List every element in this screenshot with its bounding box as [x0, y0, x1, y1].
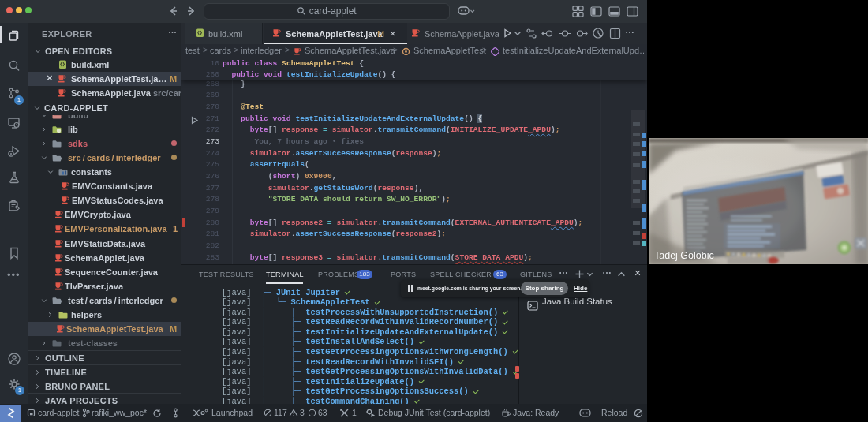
- svg-text:Tadej Golobic: Tadej Golobic: [654, 250, 714, 261]
